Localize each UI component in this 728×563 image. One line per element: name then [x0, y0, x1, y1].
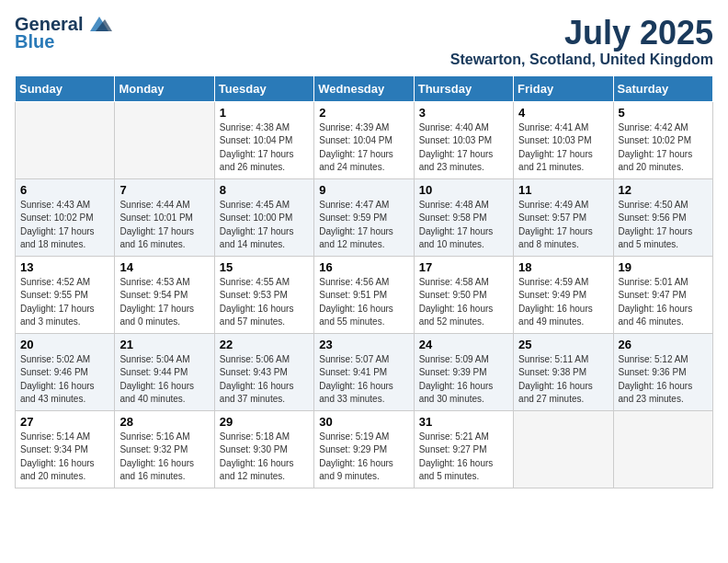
- day-number: 23: [319, 338, 408, 351]
- day-info: Sunrise: 5:06 AM Sunset: 9:43 PM Dayligh…: [220, 353, 309, 407]
- day-of-week-header: Monday: [115, 75, 214, 101]
- day-info: Sunrise: 4:47 AM Sunset: 9:59 PM Dayligh…: [319, 199, 408, 252]
- day-info: Sunrise: 5:21 AM Sunset: 9:27 PM Dayligh…: [419, 431, 508, 484]
- day-number: 6: [20, 183, 109, 197]
- day-info: Sunrise: 4:39 AM Sunset: 10:04 PM Daylig…: [319, 121, 408, 175]
- calendar-cell: 24Sunrise: 5:09 AM Sunset: 9:39 PM Dayli…: [414, 333, 513, 410]
- calendar-cell: 18Sunrise: 4:59 AM Sunset: 9:49 PM Dayli…: [514, 256, 613, 333]
- day-info: Sunrise: 4:41 AM Sunset: 10:03 PM Daylig…: [518, 121, 608, 175]
- day-info: Sunrise: 5:11 AM Sunset: 9:38 PM Dayligh…: [518, 353, 608, 407]
- day-info: Sunrise: 4:38 AM Sunset: 10:04 PM Daylig…: [220, 121, 309, 175]
- day-of-week-header: Sunday: [16, 75, 115, 101]
- calendar-cell: 5Sunrise: 4:42 AM Sunset: 10:02 PM Dayli…: [613, 101, 712, 178]
- calendar-body: 1Sunrise: 4:38 AM Sunset: 10:04 PM Dayli…: [16, 101, 713, 488]
- day-info: Sunrise: 4:52 AM Sunset: 9:55 PM Dayligh…: [20, 276, 109, 329]
- day-number: 18: [518, 260, 608, 274]
- day-info: Sunrise: 5:04 AM Sunset: 9:44 PM Dayligh…: [119, 353, 209, 407]
- day-info: Sunrise: 4:55 AM Sunset: 9:53 PM Dayligh…: [220, 276, 309, 329]
- calendar-cell: 14Sunrise: 4:53 AM Sunset: 9:54 PM Dayli…: [115, 256, 214, 333]
- day-number: 19: [619, 260, 708, 274]
- day-info: Sunrise: 4:43 AM Sunset: 10:02 PM Daylig…: [20, 199, 109, 252]
- day-number: 17: [419, 260, 508, 274]
- day-info: Sunrise: 5:19 AM Sunset: 9:29 PM Dayligh…: [319, 431, 408, 484]
- day-number: 15: [220, 260, 309, 274]
- calendar-cell: 10Sunrise: 4:48 AM Sunset: 9:58 PM Dayli…: [414, 178, 513, 256]
- calendar-week-row: 20Sunrise: 5:02 AM Sunset: 9:46 PM Dayli…: [16, 333, 713, 410]
- calendar-cell: 2Sunrise: 4:39 AM Sunset: 10:04 PM Dayli…: [314, 101, 414, 178]
- title-block: July 2025 Stewarton, Scotland, United Ki…: [450, 15, 713, 68]
- day-number: 24: [419, 338, 508, 351]
- page-header: General Blue July 2025 Stewarton, Scotla…: [15, 15, 713, 68]
- calendar-cell: 31Sunrise: 5:21 AM Sunset: 9:27 PM Dayli…: [414, 410, 513, 488]
- day-number: 10: [419, 183, 508, 197]
- day-number: 9: [319, 183, 408, 197]
- day-number: 29: [220, 415, 309, 429]
- day-of-week-header: Saturday: [613, 75, 712, 101]
- calendar-cell: [16, 101, 115, 178]
- day-info: Sunrise: 4:44 AM Sunset: 10:01 PM Daylig…: [119, 199, 209, 252]
- day-info: Sunrise: 4:56 AM Sunset: 9:51 PM Dayligh…: [319, 276, 408, 329]
- calendar-cell: 30Sunrise: 5:19 AM Sunset: 9:29 PM Dayli…: [314, 410, 414, 488]
- day-info: Sunrise: 5:16 AM Sunset: 9:32 PM Dayligh…: [119, 431, 209, 484]
- day-of-week-header: Wednesday: [314, 75, 414, 101]
- logo-blue: Blue: [15, 31, 54, 52]
- day-number: 14: [119, 260, 209, 274]
- day-number: 28: [119, 415, 209, 429]
- day-info: Sunrise: 4:48 AM Sunset: 9:58 PM Dayligh…: [419, 199, 508, 252]
- calendar-cell: 4Sunrise: 4:41 AM Sunset: 10:03 PM Dayli…: [514, 101, 613, 178]
- day-number: 4: [518, 106, 608, 120]
- day-info: Sunrise: 4:58 AM Sunset: 9:50 PM Dayligh…: [419, 276, 508, 329]
- calendar-cell: 7Sunrise: 4:44 AM Sunset: 10:01 PM Dayli…: [115, 178, 214, 256]
- day-info: Sunrise: 4:45 AM Sunset: 10:00 PM Daylig…: [220, 199, 309, 252]
- day-info: Sunrise: 5:12 AM Sunset: 9:36 PM Dayligh…: [619, 353, 708, 407]
- day-number: 30: [319, 415, 408, 429]
- day-number: 26: [619, 338, 708, 351]
- calendar-cell: 29Sunrise: 5:18 AM Sunset: 9:30 PM Dayli…: [214, 410, 313, 488]
- calendar-week-row: 27Sunrise: 5:14 AM Sunset: 9:34 PM Dayli…: [16, 410, 713, 488]
- logo-general: General: [15, 15, 83, 33]
- day-number: 2: [319, 106, 408, 120]
- location-subtitle: Stewarton, Scotland, United Kingdom: [450, 52, 713, 68]
- calendar-cell: 20Sunrise: 5:02 AM Sunset: 9:46 PM Dayli…: [16, 333, 115, 410]
- calendar-cell: 28Sunrise: 5:16 AM Sunset: 9:32 PM Dayli…: [115, 410, 214, 488]
- calendar-cell: 1Sunrise: 4:38 AM Sunset: 10:04 PM Dayli…: [214, 101, 313, 178]
- calendar-cell: 12Sunrise: 4:50 AM Sunset: 9:56 PM Dayli…: [613, 178, 712, 256]
- day-info: Sunrise: 5:02 AM Sunset: 9:46 PM Dayligh…: [20, 353, 109, 407]
- calendar-cell: 16Sunrise: 4:56 AM Sunset: 9:51 PM Dayli…: [314, 256, 414, 333]
- day-info: Sunrise: 5:14 AM Sunset: 9:34 PM Dayligh…: [20, 431, 109, 484]
- day-number: 11: [518, 183, 608, 197]
- day-number: 1: [220, 106, 309, 120]
- day-number: 21: [119, 338, 209, 351]
- logo-icon: [86, 15, 112, 33]
- day-info: Sunrise: 4:50 AM Sunset: 9:56 PM Dayligh…: [619, 199, 708, 252]
- day-number: 27: [20, 415, 109, 429]
- day-info: Sunrise: 5:01 AM Sunset: 9:47 PM Dayligh…: [619, 276, 708, 329]
- month-year-title: July 2025: [450, 15, 713, 52]
- day-info: Sunrise: 4:49 AM Sunset: 9:57 PM Dayligh…: [518, 199, 608, 252]
- calendar-cell: 13Sunrise: 4:52 AM Sunset: 9:55 PM Dayli…: [16, 256, 115, 333]
- calendar-cell: 19Sunrise: 5:01 AM Sunset: 9:47 PM Dayli…: [613, 256, 712, 333]
- calendar-cell: 21Sunrise: 5:04 AM Sunset: 9:44 PM Dayli…: [115, 333, 214, 410]
- day-info: Sunrise: 4:42 AM Sunset: 10:02 PM Daylig…: [619, 121, 708, 175]
- logo: General Blue: [15, 15, 112, 52]
- day-info: Sunrise: 5:18 AM Sunset: 9:30 PM Dayligh…: [220, 431, 309, 484]
- day-of-week-header: Thursday: [414, 75, 513, 101]
- calendar-cell: 3Sunrise: 4:40 AM Sunset: 10:03 PM Dayli…: [414, 101, 513, 178]
- calendar-table: SundayMondayTuesdayWednesdayThursdayFrid…: [15, 75, 713, 488]
- calendar-week-row: 6Sunrise: 4:43 AM Sunset: 10:02 PM Dayli…: [16, 178, 713, 256]
- calendar-cell: [613, 410, 712, 488]
- day-info: Sunrise: 4:40 AM Sunset: 10:03 PM Daylig…: [419, 121, 508, 175]
- calendar-cell: 22Sunrise: 5:06 AM Sunset: 9:43 PM Dayli…: [214, 333, 313, 410]
- calendar-cell: 17Sunrise: 4:58 AM Sunset: 9:50 PM Dayli…: [414, 256, 513, 333]
- day-number: 12: [619, 183, 708, 197]
- calendar-cell: 23Sunrise: 5:07 AM Sunset: 9:41 PM Dayli…: [314, 333, 414, 410]
- day-info: Sunrise: 5:09 AM Sunset: 9:39 PM Dayligh…: [419, 353, 508, 407]
- day-number: 8: [220, 183, 309, 197]
- calendar-cell: 6Sunrise: 4:43 AM Sunset: 10:02 PM Dayli…: [16, 178, 115, 256]
- day-number: 16: [319, 260, 408, 274]
- calendar-cell: 9Sunrise: 4:47 AM Sunset: 9:59 PM Daylig…: [314, 178, 414, 256]
- calendar-header: SundayMondayTuesdayWednesdayThursdayFrid…: [16, 75, 713, 101]
- calendar-week-row: 1Sunrise: 4:38 AM Sunset: 10:04 PM Dayli…: [16, 101, 713, 178]
- calendar-cell: 25Sunrise: 5:11 AM Sunset: 9:38 PM Dayli…: [514, 333, 613, 410]
- day-number: 25: [518, 338, 608, 351]
